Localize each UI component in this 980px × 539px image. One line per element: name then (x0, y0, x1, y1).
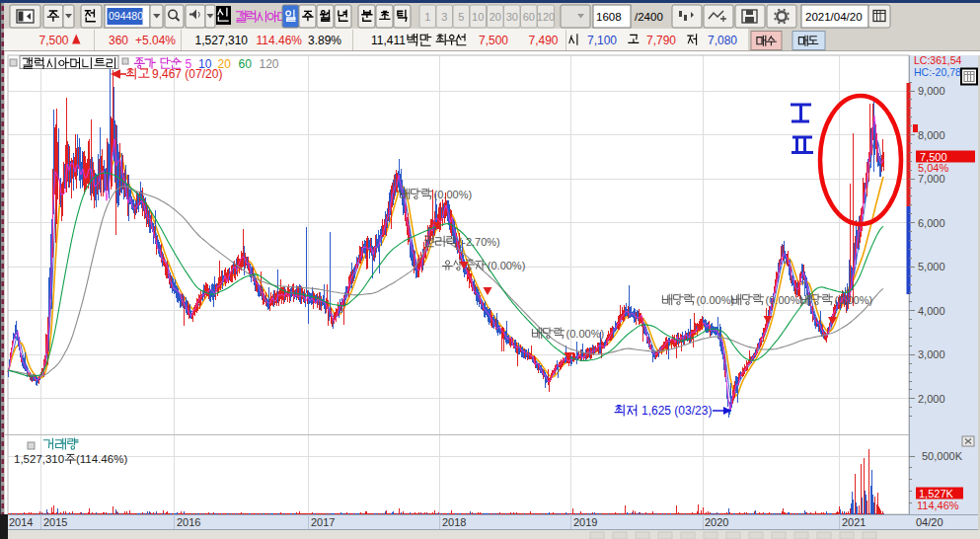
svg-text:+5.04%: +5.04% (135, 34, 176, 47)
svg-text:7,500: 7,500 (920, 151, 947, 163)
svg-text:(0.00%): (0.00%) (766, 294, 804, 306)
svg-text:1,527,310: 1,527,310 (195, 34, 249, 47)
svg-text:(0.00%): (0.00%) (566, 328, 605, 340)
svg-text:1,527K: 1,527K (919, 488, 954, 500)
svg-text:7,490: 7,490 (528, 34, 558, 47)
svg-text:2017: 2017 (311, 516, 335, 528)
svg-text:7,500: 7,500 (38, 34, 68, 47)
svg-text:5,000: 5,000 (918, 261, 945, 272)
svg-text:HC:-20,78: HC:-20,78 (914, 66, 961, 78)
svg-text:7,790: 7,790 (646, 34, 676, 47)
svg-text:1,625 (03/23): 1,625 (03/23) (641, 404, 712, 418)
svg-text:2,000: 2,000 (918, 393, 945, 405)
svg-text:2021/04/20: 2021/04/20 (805, 11, 863, 23)
svg-text:114,46%: 114,46% (917, 500, 959, 511)
svg-text:3,000: 3,000 (918, 348, 945, 360)
svg-text:114.46%: 114.46% (257, 34, 303, 47)
svg-text:3.89%: 3.89% (308, 34, 341, 47)
svg-text:2021: 2021 (842, 516, 866, 528)
svg-text:1,527,310: 1,527,310 (14, 453, 64, 465)
svg-text:60: 60 (523, 11, 535, 23)
svg-text:2014: 2014 (9, 516, 33, 528)
svg-text:120: 120 (260, 57, 279, 71)
svg-text:7,500: 7,500 (479, 34, 508, 47)
svg-text:20: 20 (490, 11, 501, 23)
svg-text:(0.00%): (0.00%) (835, 294, 873, 306)
svg-text:7,100: 7,100 (587, 34, 617, 47)
svg-text:120: 120 (537, 11, 555, 23)
svg-text:1608: 1608 (596, 11, 622, 23)
svg-text:2015: 2015 (43, 516, 67, 528)
svg-text:7,000: 7,000 (918, 173, 945, 185)
svg-text:60: 60 (239, 57, 253, 71)
svg-text:(0.00%): (0.00%) (697, 294, 735, 306)
svg-text:9,467 (07/20): 9,467 (07/20) (152, 67, 222, 81)
svg-text:(114.46%): (114.46%) (76, 453, 127, 465)
svg-text:(-2.70%): (-2.70%) (459, 236, 500, 248)
svg-text:(0.00%): (0.00%) (434, 189, 473, 200)
svg-text:30: 30 (506, 11, 518, 23)
svg-text:7,080: 7,080 (708, 34, 737, 47)
svg-text:2019: 2019 (573, 516, 597, 528)
svg-text:360: 360 (109, 34, 128, 47)
svg-text:04/20: 04/20 (916, 516, 943, 528)
svg-text:8,000: 8,000 (918, 129, 945, 141)
svg-text:9,000: 9,000 (918, 85, 945, 97)
svg-text:2020: 2020 (705, 516, 728, 528)
svg-text:3: 3 (441, 11, 447, 23)
svg-text:094480: 094480 (109, 10, 143, 22)
svg-text:6,000: 6,000 (918, 217, 945, 229)
svg-text:LC:361,54: LC:361,54 (914, 54, 962, 66)
svg-text:4,000: 4,000 (918, 305, 945, 317)
svg-text:5,04%: 5,04% (918, 162, 948, 174)
svg-text:/2400: /2400 (635, 11, 663, 23)
svg-text:10: 10 (472, 11, 484, 23)
svg-text:(0.00%): (0.00%) (488, 260, 526, 271)
svg-text:1: 1 (424, 11, 430, 23)
svg-text:11,411: 11,411 (371, 34, 406, 47)
svg-text:50,000K: 50,000K (922, 450, 963, 462)
svg-text:2016: 2016 (177, 516, 200, 528)
svg-text:2018: 2018 (442, 516, 466, 528)
svg-text:5: 5 (458, 11, 464, 23)
